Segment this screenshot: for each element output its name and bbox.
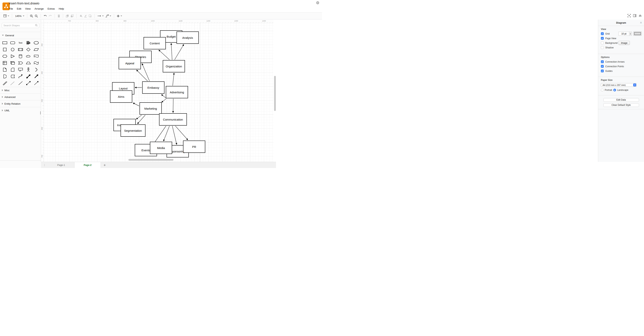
search-input[interactable] bbox=[4, 24, 35, 27]
shape-parallelogram-icon[interactable] bbox=[32, 46, 40, 53]
sidebar-section-uml[interactable]: UML bbox=[0, 107, 41, 114]
node-aims[interactable]: Aims bbox=[110, 90, 132, 103]
language-globe-icon[interactable] bbox=[316, 1, 319, 5]
node-content[interactable]: Content bbox=[144, 37, 166, 49]
shape-document-icon[interactable] bbox=[32, 53, 40, 60]
shape-tape-icon[interactable] bbox=[32, 60, 40, 66]
view-layout-button[interactable] bbox=[3, 14, 10, 19]
shape-arrow-icon[interactable] bbox=[32, 73, 40, 80]
shape-ellipse-icon[interactable] bbox=[32, 39, 40, 46]
edge-advertising-to-embassy[interactable] bbox=[162, 94, 166, 98]
to-back-button[interactable] bbox=[70, 14, 74, 19]
shape-textbox-icon[interactable] bbox=[24, 39, 32, 46]
shadow-button[interactable] bbox=[88, 14, 92, 19]
sidebar-section-entity-relation[interactable]: Entity Relation bbox=[0, 100, 41, 107]
menu-extras[interactable]: Extras bbox=[48, 7, 55, 10]
node-segmentation[interactable]: Segmentation bbox=[120, 124, 146, 137]
shape-rounded-rectangle-icon[interactable] bbox=[8, 39, 16, 46]
node-marketing[interactable]: Marketing bbox=[140, 102, 162, 115]
shape-data-storage-icon[interactable] bbox=[8, 73, 16, 80]
undo-button[interactable] bbox=[43, 14, 48, 19]
shape-curve-icon[interactable] bbox=[16, 73, 24, 80]
shape-line-icon[interactable] bbox=[16, 80, 24, 86]
shape-and-icon[interactable] bbox=[1, 73, 8, 80]
edge-advertising-to-organization[interactable] bbox=[173, 73, 174, 86]
edge-organization-to-budget[interactable] bbox=[171, 43, 172, 60]
shape-diamond-icon[interactable] bbox=[24, 46, 32, 53]
diagram-canvas[interactable]: BudgetEventsSponsoringMediaPRAnalysisCon… bbox=[44, 23, 273, 162]
shape-bidirectional-arrow-icon[interactable] bbox=[24, 73, 32, 80]
vertical-scrollbar[interactable] bbox=[274, 76, 276, 111]
edge-embassy-to-appeal[interactable] bbox=[136, 70, 148, 81]
node-pr[interactable]: PR bbox=[183, 140, 205, 153]
edge-advertising-to-communication[interactable] bbox=[173, 99, 173, 113]
shape-rectangle-icon[interactable] bbox=[1, 39, 8, 46]
node-communication[interactable]: Communication bbox=[159, 113, 187, 126]
edge-organization-to-content[interactable] bbox=[159, 50, 170, 60]
node-organization[interactable]: Organization bbox=[163, 60, 185, 72]
page-tab-page-1[interactable]: Page-1 bbox=[48, 162, 74, 168]
shape-card-icon[interactable] bbox=[8, 66, 16, 73]
shape-callout-icon[interactable] bbox=[16, 66, 24, 73]
edge-advertising-to-marketing[interactable] bbox=[162, 99, 166, 102]
shape-actor-icon[interactable] bbox=[24, 66, 32, 73]
zoom-out-button[interactable] bbox=[34, 14, 39, 19]
shape-note-icon[interactable] bbox=[1, 66, 8, 73]
shape-trapezoid-icon[interactable] bbox=[24, 60, 32, 66]
menu-view[interactable]: View bbox=[25, 7, 31, 10]
shape-step-icon[interactable] bbox=[16, 60, 24, 66]
shape-or-icon[interactable] bbox=[32, 66, 40, 73]
shape-link-icon[interactable] bbox=[1, 80, 8, 86]
fill-color-button[interactable] bbox=[78, 14, 83, 19]
shape-cube-icon[interactable] bbox=[8, 60, 16, 66]
edge-communication-to-sponsoring[interactable] bbox=[172, 126, 177, 144]
menu-file[interactable]: File bbox=[9, 7, 13, 10]
shape-bidirectional-connector-icon[interactable] bbox=[24, 80, 32, 86]
pages-menu-icon[interactable]: ⋮ bbox=[41, 162, 48, 168]
line-color-button[interactable] bbox=[83, 14, 88, 19]
edge-communication-to-events[interactable] bbox=[154, 126, 166, 143]
waypoint-style-button[interactable] bbox=[104, 14, 112, 19]
node-media[interactable]: Media bbox=[150, 142, 172, 154]
menu-arrange[interactable]: Arrange bbox=[34, 7, 44, 10]
menu-edit[interactable]: Edit bbox=[17, 7, 21, 10]
edge-embassy-to-theories[interactable] bbox=[142, 64, 150, 81]
shape-circle-icon[interactable] bbox=[8, 46, 16, 53]
page-tab-page-2[interactable]: Page-2 bbox=[74, 162, 101, 168]
redo-button[interactable] bbox=[48, 14, 53, 19]
edge-communication-to-pr[interactable] bbox=[176, 126, 188, 140]
shape-hexagon-icon[interactable] bbox=[1, 53, 8, 60]
zoom-in-button[interactable] bbox=[29, 14, 34, 19]
shape-square-icon[interactable] bbox=[1, 46, 8, 53]
shape-search[interactable] bbox=[2, 23, 39, 28]
node-embassy[interactable]: Embassy bbox=[142, 81, 164, 94]
edge-marketing-to-segmentation[interactable] bbox=[138, 115, 145, 124]
connection-style-button[interactable] bbox=[96, 14, 104, 19]
menu-help[interactable]: Help bbox=[59, 7, 64, 10]
to-front-button[interactable] bbox=[65, 14, 70, 19]
shape-internal-storage-icon[interactable] bbox=[1, 60, 8, 66]
sidebar-section-misc[interactable]: Misc bbox=[0, 87, 41, 93]
shape-triangle-icon[interactable] bbox=[8, 53, 16, 60]
vruler-label: 600 bbox=[41, 126, 43, 131]
horizontal-scrollbar[interactable] bbox=[128, 159, 174, 161]
add-page-button[interactable]: + bbox=[101, 162, 108, 168]
shape-directional-connector-icon[interactable] bbox=[32, 80, 40, 86]
app-header: insert-from-text.drawio FileEditViewArra… bbox=[0, 0, 322, 13]
delete-button[interactable] bbox=[57, 14, 61, 19]
shape-cloud-icon[interactable] bbox=[24, 53, 32, 60]
zoom-level-dropdown[interactable]: 145% bbox=[14, 14, 25, 19]
sidebar-section-advanced[interactable]: Advanced bbox=[0, 93, 41, 100]
edge-organization-to-analysis[interactable] bbox=[174, 44, 184, 60]
node-appeal[interactable]: Appeal bbox=[119, 57, 141, 69]
edge-marketing-to-instruments[interactable] bbox=[136, 115, 142, 119]
edge-marketing-to-aims[interactable] bbox=[133, 103, 139, 106]
sidebar-section-general[interactable]: General bbox=[0, 32, 41, 39]
insert-button[interactable] bbox=[116, 14, 123, 19]
shape-dotted-line-icon[interactable] bbox=[8, 80, 16, 86]
shape-process-icon[interactable] bbox=[16, 46, 24, 53]
shape-text-icon[interactable]: Text bbox=[16, 39, 24, 46]
node-analysis[interactable]: Analysis bbox=[176, 32, 199, 44]
node-advertising[interactable]: Advertising bbox=[166, 86, 188, 98]
shape-cylinder-icon[interactable] bbox=[16, 53, 24, 60]
